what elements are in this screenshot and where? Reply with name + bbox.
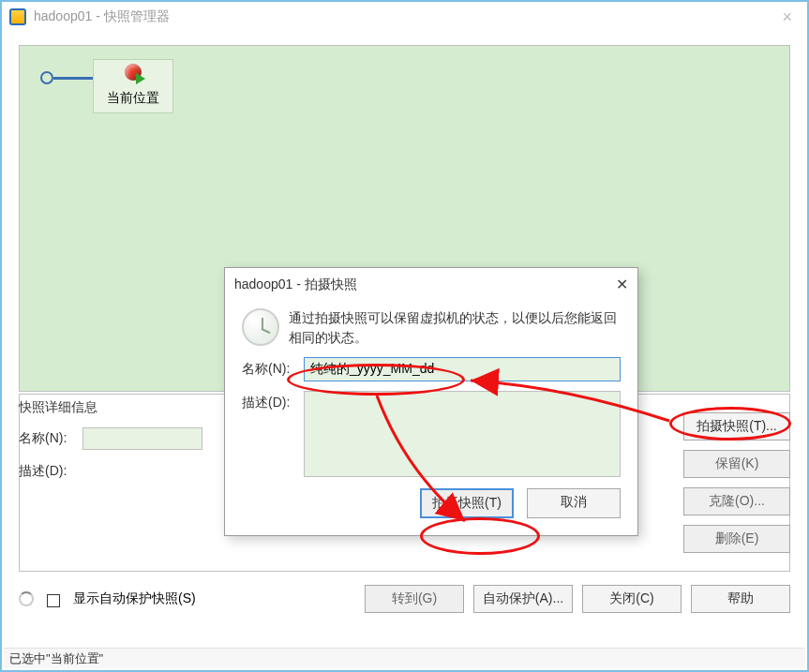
dialog-name-label: 名称(N): bbox=[242, 357, 304, 378]
dialog-ok-button[interactable]: 拍摄快照(T) bbox=[420, 488, 514, 518]
keep-button[interactable]: 保留(K) bbox=[683, 450, 790, 478]
right-button-column: 拍摄快照(T)... 保留(K) 克隆(O)... 删除(E) bbox=[683, 412, 790, 553]
delete-button[interactable]: 删除(E) bbox=[683, 525, 790, 553]
clock-icon bbox=[242, 308, 279, 346]
close-button[interactable]: 关闭(C) bbox=[582, 585, 682, 613]
pin-marker-icon bbox=[121, 64, 145, 88]
help-button[interactable]: 帮助 bbox=[691, 585, 790, 613]
status-bar: 已选中"当前位置" bbox=[4, 648, 805, 668]
dialog-titlebar: hadoop01 - 拍摄快照 ✕ bbox=[225, 268, 637, 299]
show-auto-label: 显示自动保护快照(S) bbox=[73, 590, 196, 607]
dialog-cancel-button[interactable]: 取消 bbox=[527, 488, 621, 518]
details-name-label: 名称(N): bbox=[19, 430, 82, 447]
auto-protect-button[interactable]: 自动保护(A)... bbox=[473, 585, 573, 613]
dialog-desc-input[interactable] bbox=[304, 391, 621, 477]
snapshot-details: 快照详细信息 名称(N): 描述(D): bbox=[19, 399, 214, 493]
goto-button[interactable]: 转到(G) bbox=[365, 585, 464, 613]
snapshot-manager-window: hadoop01 - 快照管理器 × 当前位置 快照详细信息 名称(N): 描述… bbox=[0, 0, 809, 672]
take-snapshot-dialog: hadoop01 - 拍摄快照 ✕ 通过拍摄快照可以保留虚拟机的状态，以便以后您… bbox=[224, 267, 638, 536]
spinner-icon bbox=[19, 591, 34, 606]
app-icon bbox=[9, 8, 26, 25]
dialog-title: hadoop01 - 拍摄快照 bbox=[234, 276, 357, 293]
dialog-info-text: 通过拍摄快照可以保留虚拟机的状态，以便以后您能返回相同的状态。 bbox=[289, 308, 621, 348]
titlebar: hadoop01 - 快照管理器 × bbox=[2, 2, 807, 32]
bottom-toolbar: 显示自动保护快照(S) 转到(G) 自动保护(A)... 关闭(C) 帮助 bbox=[19, 585, 790, 613]
details-title: 快照详细信息 bbox=[19, 399, 214, 416]
window-close-icon[interactable]: × bbox=[774, 7, 800, 27]
current-position-label: 当前位置 bbox=[107, 90, 159, 105]
details-desc-label: 描述(D): bbox=[19, 463, 82, 480]
dialog-name-input[interactable] bbox=[304, 357, 621, 381]
clone-button[interactable]: 克隆(O)... bbox=[683, 487, 790, 515]
take-snapshot-button[interactable]: 拍摄快照(T)... bbox=[683, 412, 790, 441]
dialog-desc-label: 描述(D): bbox=[242, 391, 304, 411]
dialog-close-icon[interactable]: ✕ bbox=[616, 276, 628, 293]
window-title: hadoop01 - 快照管理器 bbox=[34, 8, 170, 25]
current-position-node[interactable]: 当前位置 bbox=[93, 59, 173, 113]
show-auto-checkbox[interactable] bbox=[47, 594, 60, 607]
details-name-input[interactable] bbox=[82, 427, 202, 450]
